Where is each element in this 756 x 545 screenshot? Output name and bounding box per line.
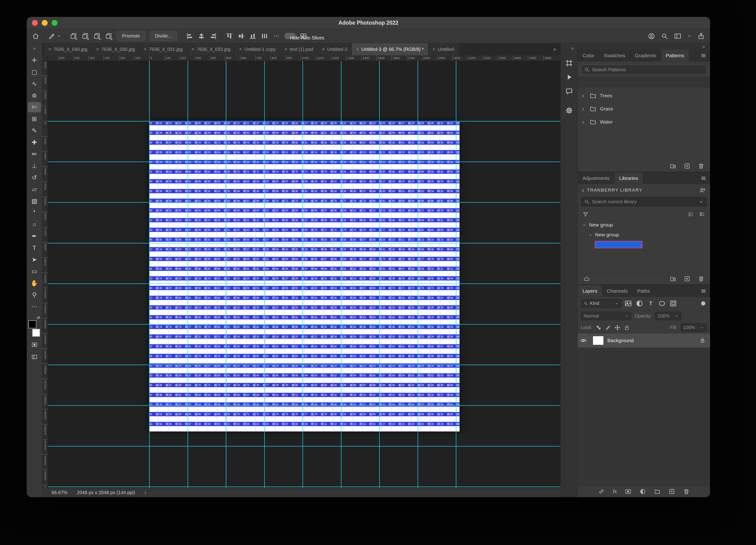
slice-cell[interactable]: 59 — [285, 286, 295, 295]
slice-cell[interactable]: 70 — [236, 170, 246, 179]
slice-cell[interactable]: 98 — [353, 296, 363, 305]
foreground-color-swatch[interactable] — [28, 320, 36, 328]
slice-cell[interactable]: 77 — [266, 383, 275, 393]
slice-cell[interactable]: 87 — [401, 170, 411, 179]
slice-cell[interactable]: 48 — [333, 402, 343, 412]
slice-cell[interactable]: 73 — [421, 286, 431, 295]
slice-cell[interactable]: 26 — [236, 247, 246, 257]
slice-cell[interactable]: 84 — [372, 412, 382, 422]
slice-cell[interactable]: 12 — [333, 422, 343, 431]
slice-cell[interactable]: 03 — [207, 393, 217, 402]
slice-cell[interactable]: 08 — [372, 238, 382, 247]
slice-cell[interactable]: 79 — [440, 257, 450, 266]
slice-cell[interactable]: 51 — [440, 218, 450, 228]
slice-cell[interactable]: 30 — [275, 247, 285, 257]
slice-cell[interactable]: 65 — [421, 344, 431, 354]
slice-cell[interactable]: 58 — [353, 344, 363, 354]
slice-cell[interactable]: 53 — [382, 160, 392, 170]
slice-cell[interactable]: 01 — [188, 150, 198, 160]
slice-cell[interactable]: 49 — [304, 131, 314, 140]
panel-menu-icon[interactable] — [700, 175, 707, 181]
slice-cell[interactable]: 62 — [198, 199, 207, 208]
slice-cell[interactable]: 12 — [256, 121, 265, 131]
slice-cell[interactable]: 70 — [236, 412, 246, 422]
slice-cell[interactable]: 42 — [275, 402, 285, 412]
slice-cell[interactable]: 04 — [178, 363, 188, 373]
slice-cell[interactable]: 33 — [304, 247, 314, 257]
slice-cell[interactable]: 87 — [401, 412, 411, 422]
slice-cell[interactable]: 20 — [450, 208, 460, 218]
slice-cell[interactable]: 83 — [285, 354, 295, 363]
slice-cell[interactable]: 24 — [411, 150, 421, 160]
slice-cell[interactable]: 61 — [421, 131, 431, 140]
slice-cell[interactable]: 35 — [207, 160, 217, 170]
slice-cell[interactable]: 33 — [227, 189, 236, 199]
slice-cell[interactable]: 40 — [217, 373, 227, 383]
slice-cell[interactable]: 88 — [411, 170, 421, 179]
slice-cell[interactable]: 37 — [188, 373, 198, 383]
slice-cell[interactable]: 02 — [159, 121, 168, 131]
slice-cell[interactable]: 24 — [256, 276, 265, 286]
slice-cell[interactable]: 06 — [236, 150, 246, 160]
slice-cell[interactable]: 67 — [324, 257, 333, 266]
slice-cell[interactable]: 11 — [324, 179, 333, 189]
slice-cell[interactable]: 86 — [392, 412, 401, 422]
slice-cell[interactable]: 33 — [188, 402, 198, 412]
slice-cell[interactable]: 18 — [275, 334, 285, 344]
slice-cell[interactable]: 15 — [169, 276, 178, 286]
slice-cell[interactable]: 41 — [188, 344, 198, 354]
slice-cell[interactable]: 01 — [304, 238, 314, 247]
slice-cell[interactable]: 59 — [363, 344, 372, 354]
slice-cell[interactable]: 05 — [266, 422, 275, 431]
close-tab-icon[interactable]: × — [322, 46, 325, 52]
slice-cell[interactable]: 08 — [295, 422, 304, 431]
slice-cell[interactable]: 27 — [401, 121, 411, 131]
slice-cell[interactable]: 16 — [411, 208, 421, 218]
slice-cell[interactable]: 66 — [236, 199, 246, 208]
slice-cell[interactable]: 02 — [236, 179, 246, 189]
slice-cell[interactable]: 43 — [401, 247, 411, 257]
align-top-icon[interactable] — [226, 32, 233, 40]
hand-tool[interactable]: ✋ — [28, 277, 41, 289]
slice-cell[interactable]: 22 — [431, 422, 440, 431]
slice-cell[interactable]: 26 — [275, 276, 285, 286]
slice-cell[interactable]: 48 — [450, 247, 460, 257]
slice-cell[interactable]: 26 — [198, 218, 207, 228]
slice-cell[interactable]: 25 — [149, 189, 159, 199]
slice-cell[interactable]: 75 — [169, 325, 178, 334]
align-middle-icon[interactable] — [237, 32, 245, 40]
slice-cell[interactable]: 69 — [382, 286, 392, 295]
chevron-down-icon[interactable] — [698, 199, 704, 204]
slice-cell[interactable]: 23 — [169, 218, 178, 228]
slice-cell[interactable]: 63 — [246, 228, 256, 237]
slice-cell[interactable]: 21 — [304, 334, 314, 344]
slice-cell[interactable]: 16 — [217, 305, 227, 315]
slice-cell[interactable]: 15 — [324, 393, 333, 402]
slice-cell[interactable]: 75 — [285, 412, 295, 422]
slice-cell[interactable]: 74 — [392, 257, 401, 266]
slice-cell[interactable]: 12 — [372, 208, 382, 218]
slice-cell[interactable]: 08 — [450, 296, 460, 305]
slice-cell[interactable]: 62 — [275, 257, 285, 266]
send-to-back-icon[interactable] — [105, 32, 113, 40]
slice-cell[interactable]: 84 — [217, 296, 227, 305]
slice-cell[interactable]: 51 — [246, 315, 256, 325]
slice-cell[interactable]: 82 — [236, 325, 246, 334]
slice-cell[interactable]: 08 — [295, 179, 304, 189]
slice-cell[interactable]: 34 — [353, 276, 363, 286]
slice-cell[interactable]: 16 — [178, 276, 188, 286]
slice-cell[interactable]: 14 — [392, 208, 401, 218]
slice-cell[interactable]: 93 — [149, 179, 159, 189]
document-tab[interactable]: ×Untitled-2 — [318, 43, 352, 55]
slice-cell[interactable]: 39 — [207, 373, 217, 383]
slice-cell[interactable]: 35 — [169, 131, 178, 140]
slice-cell[interactable]: 98 — [314, 267, 324, 276]
slice-cell[interactable]: 98 — [198, 422, 207, 431]
delete-library-item-icon[interactable] — [698, 276, 704, 282]
library-search-field[interactable]: Search current library — [581, 197, 707, 207]
slice-cell[interactable]: 62 — [159, 170, 168, 179]
slice-cell[interactable]: 59 — [440, 160, 450, 170]
slice-cell[interactable]: 02 — [198, 393, 207, 402]
slice-cell[interactable]: 39 — [246, 402, 256, 412]
slice-cell[interactable]: 05 — [188, 363, 198, 373]
